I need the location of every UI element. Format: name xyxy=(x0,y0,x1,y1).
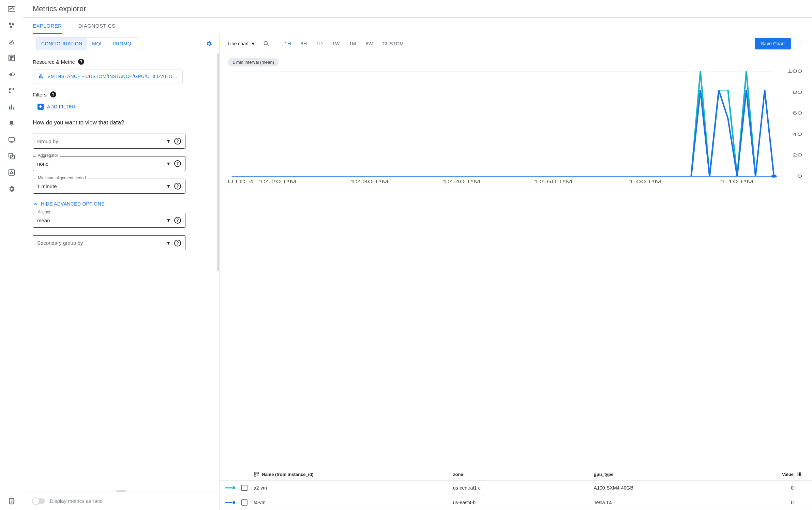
save-chart-button[interactable]: Save Chart xyxy=(755,38,791,49)
svg-text:100: 100 xyxy=(787,69,802,73)
dashboards-icon[interactable] xyxy=(7,38,16,46)
legend-gpu: Tesla T4 xyxy=(594,500,770,505)
legend-value: 0 xyxy=(770,485,797,491)
search-icon[interactable] xyxy=(261,38,272,49)
series-checkbox[interactable] xyxy=(241,485,247,491)
plus-icon: + xyxy=(37,104,44,110)
secondary-group-by-select[interactable]: Secondary group by ▼ ? xyxy=(33,235,185,250)
help-icon[interactable]: ? xyxy=(174,138,181,145)
alerting-icon[interactable] xyxy=(7,119,16,127)
legend-gpu: A100-SXM4-40GB xyxy=(594,485,770,491)
svg-text:40: 40 xyxy=(792,132,802,136)
svg-point-2 xyxy=(12,23,14,25)
chart-overflow-menu[interactable]: ⋮ xyxy=(794,38,807,49)
line-chart: 02040608010012:20 PM12:30 PM12:40 PM12:5… xyxy=(224,69,805,185)
metrics-explorer-icon[interactable] xyxy=(7,103,16,111)
svg-point-49 xyxy=(232,501,235,504)
columns-icon xyxy=(254,471,259,477)
svg-text:60: 60 xyxy=(792,111,802,116)
hide-advanced-toggle[interactable]: HIDE ADVANCED OPTIONS xyxy=(33,201,105,207)
query-settings-icon[interactable] xyxy=(205,40,213,48)
help-icon[interactable]: ? xyxy=(174,217,181,224)
svg-rect-21 xyxy=(41,74,42,78)
column-picker-icon[interactable] xyxy=(797,472,807,477)
query-mode-tabs: CONFIGURATION MQL PROMQL xyxy=(36,37,139,50)
chevron-down-icon: ▼ xyxy=(166,161,171,166)
time-6w[interactable]: 6W xyxy=(366,41,373,46)
svg-text:1:00 PM: 1:00 PM xyxy=(629,179,662,184)
svg-rect-15 xyxy=(9,138,14,141)
left-nav-rail xyxy=(0,0,23,510)
legend-row[interactable]: a2-vm us-central1-c A100-SXM4-40GB 0 xyxy=(220,481,812,495)
time-6h[interactable]: 6H xyxy=(301,41,307,46)
resource-metric-text: Resource & Metric xyxy=(33,59,75,65)
ratio-toggle-label: Display metrics as ratio xyxy=(50,498,103,504)
release-notes-icon[interactable] xyxy=(7,497,16,505)
help-icon[interactable]: ? xyxy=(174,160,181,167)
svg-text:1:10 PM: 1:10 PM xyxy=(721,179,754,184)
legend-name: a2-vm xyxy=(254,485,453,491)
legend-table: Name (from instance_id) zone gpu_type Va… xyxy=(220,468,812,510)
time-1m[interactable]: 1M xyxy=(349,41,356,46)
uptime-checks-icon[interactable] xyxy=(7,136,16,144)
services-icon[interactable] xyxy=(7,54,16,62)
legend-header-name: Name (from instance_id) xyxy=(262,472,314,477)
svg-rect-22 xyxy=(42,77,43,78)
group-by-select[interactable]: Group by ▼ ? xyxy=(33,134,185,149)
groups-icon[interactable] xyxy=(7,152,16,160)
subtab-configuration[interactable]: CONFIGURATION xyxy=(36,38,87,50)
help-icon[interactable]: ? xyxy=(50,91,56,97)
metric-selector[interactable]: VM INSTANCE - CUSTOM/INSTANCE/GPU/UTILIZ… xyxy=(33,70,183,83)
settings-icon[interactable] xyxy=(7,185,16,193)
aligner-select[interactable]: mean ▼ ? xyxy=(33,213,185,228)
time-custom[interactable]: CUSTOM xyxy=(382,41,404,46)
monitoring-icon[interactable] xyxy=(7,5,16,13)
time-1d[interactable]: 1D xyxy=(316,41,323,46)
legend-zone: us-central1-c xyxy=(453,485,594,491)
series-checkbox[interactable] xyxy=(241,499,247,506)
svg-rect-42 xyxy=(254,475,256,476)
legend-header-zone: zone xyxy=(453,472,594,477)
svg-rect-41 xyxy=(257,472,258,474)
chevron-down-icon: ▼ xyxy=(166,138,171,144)
svg-text:UTC-4: UTC-4 xyxy=(227,179,254,184)
help-icon[interactable]: ? xyxy=(174,240,181,246)
managed-prometheus-icon[interactable] xyxy=(7,168,16,177)
series-swatch xyxy=(225,486,235,490)
ratio-toggle[interactable] xyxy=(33,498,45,504)
aggregator-select[interactable]: none ▼ ? xyxy=(33,156,185,171)
svg-text:12:30 PM: 12:30 PM xyxy=(350,179,389,184)
chart-type-select[interactable]: Line chart ▼ xyxy=(225,39,258,48)
tab-explorer[interactable]: EXPLORER xyxy=(33,23,62,34)
filters-label: Filters ? xyxy=(33,91,210,97)
help-icon[interactable]: ? xyxy=(174,183,181,190)
time-1w[interactable]: 1W xyxy=(332,41,340,46)
hide-advanced-label: HIDE ADVANCED OPTIONS xyxy=(41,201,105,207)
tab-diagnostics[interactable]: DIAGNOSTICS xyxy=(78,23,116,34)
min-align-field-label: Minimum alignment period xyxy=(36,176,88,180)
filters-text: Filters xyxy=(33,92,47,97)
time-1h[interactable]: 1H xyxy=(285,41,291,46)
add-filter-button[interactable]: + ADD FILTER xyxy=(37,104,76,110)
min-alignment-select[interactable]: 1 minute ▼ ? xyxy=(33,179,185,194)
legend-header-value: Value xyxy=(770,472,797,477)
resource-metric-label: Resource & Metric ? xyxy=(33,59,210,65)
interval-chip: 1 min interval (mean) xyxy=(228,58,279,66)
svg-rect-40 xyxy=(254,472,256,474)
help-icon[interactable]: ? xyxy=(78,59,84,65)
aligner-value: mean xyxy=(37,217,50,223)
uptime-icon[interactable] xyxy=(7,87,16,95)
svg-text:0: 0 xyxy=(797,174,802,178)
legend-zone: us-east4-b xyxy=(453,500,594,505)
svg-rect-43 xyxy=(798,472,798,476)
subtab-mql[interactable]: MQL xyxy=(87,38,108,50)
svg-rect-45 xyxy=(800,472,801,476)
svg-text:80: 80 xyxy=(792,90,802,94)
subtab-promql[interactable]: PROMQL xyxy=(108,38,139,50)
chevron-down-icon: ▼ xyxy=(166,217,171,223)
legend-row[interactable]: t4-vm us-east4-b Tesla T4 0 xyxy=(220,495,812,510)
overview-icon[interactable] xyxy=(7,21,16,29)
slo-icon[interactable] xyxy=(7,70,16,78)
svg-rect-5 xyxy=(10,56,11,58)
metric-chip-text: VM INSTANCE - CUSTOM/INSTANCE/GPU/UTILIZ… xyxy=(47,74,177,79)
